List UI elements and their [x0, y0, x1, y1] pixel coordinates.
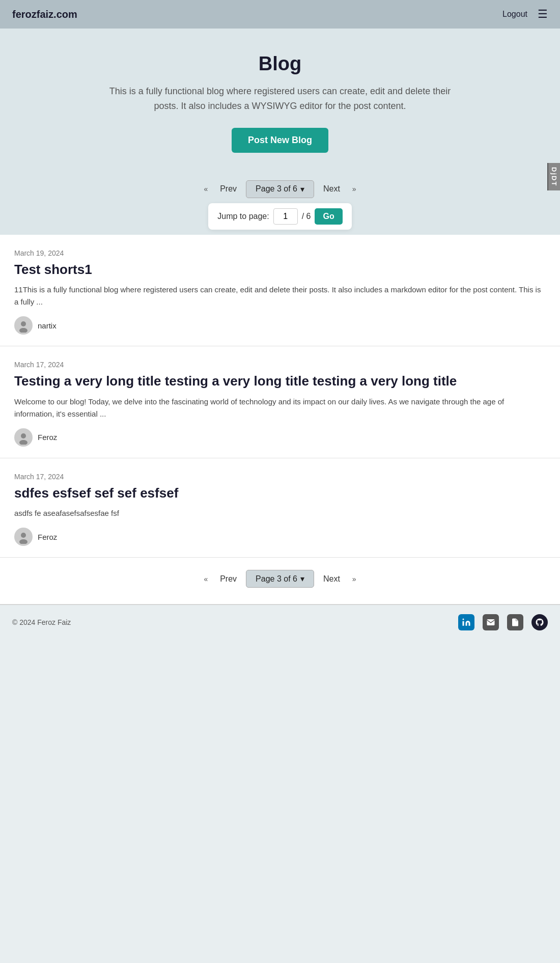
post-title[interactable]: Testing a very long title testing a very… — [14, 373, 546, 390]
author-name: Feroz — [38, 433, 57, 442]
hero-description: This is a fully functional blog where re… — [107, 84, 453, 114]
site-logo[interactable]: ferozfaiz.com — [12, 9, 77, 20]
footer: © 2024 Feroz Faiz — [0, 604, 560, 640]
bottom-page-selector-button[interactable]: Page 3 of 6 ▾ — [246, 570, 314, 588]
post-excerpt: asdfs fe aseafasefsafsesfae fsf — [14, 507, 546, 519]
jump-to-page-row: Jump to page: / 6 Go — [208, 203, 351, 230]
post-date: March 19, 2024 — [14, 249, 546, 257]
hamburger-icon[interactable]: ☰ — [538, 8, 548, 21]
bottom-first-page-button[interactable]: « — [201, 573, 211, 585]
chevron-down-icon: ▾ — [300, 574, 304, 584]
bottom-pagination: « Prev Page 3 of 6 ▾ Next » — [0, 558, 560, 604]
svg-point-7 — [21, 533, 26, 538]
page-title: Blog — [12, 53, 548, 75]
jump-go-button[interactable]: Go — [315, 208, 342, 225]
first-page-button[interactable]: « — [201, 183, 211, 195]
author-avatar — [14, 316, 33, 335]
author-avatar — [14, 528, 33, 546]
mail-icon[interactable] — [483, 614, 499, 630]
jump-total: / 6 — [302, 212, 311, 221]
author-avatar — [14, 428, 33, 447]
post-excerpt: Welcome to our blog! Today, we delve int… — [14, 396, 546, 420]
blog-post-2: March 17, 2024 Testing a very long title… — [0, 346, 560, 458]
djdt-badge[interactable]: DjDT — [547, 163, 560, 190]
footer-social-links — [458, 614, 548, 630]
logout-button[interactable]: Logout — [502, 10, 527, 19]
blog-post-1: March 19, 2024 Test shorts1 11This is a … — [0, 235, 560, 347]
blog-post-3: March 17, 2024 sdfes esfsef sef sef esfs… — [0, 458, 560, 558]
blog-list: March 19, 2024 Test shorts1 11This is a … — [0, 235, 560, 605]
svg-point-4 — [21, 433, 26, 438]
github-icon[interactable] — [531, 614, 548, 630]
bottom-prev-page-button[interactable]: Prev — [216, 572, 241, 586]
svg-point-1 — [21, 321, 26, 326]
footer-copyright: © 2024 Feroz Faiz — [12, 618, 71, 626]
top-pagination: « Prev Page 3 of 6 ▾ Next » Jump to page… — [0, 171, 560, 235]
post-excerpt: 11This is a fully functional blog where … — [14, 284, 546, 308]
post-new-blog-button[interactable]: Post New Blog — [232, 128, 328, 153]
bottom-next-page-button[interactable]: Next — [319, 572, 344, 586]
page-selector-button[interactable]: Page 3 of 6 ▾ — [246, 180, 314, 198]
author-name: nartix — [38, 321, 57, 330]
post-date: March 17, 2024 — [14, 361, 546, 369]
author-name: Feroz — [38, 533, 57, 541]
jump-input[interactable] — [273, 208, 298, 225]
post-author: Feroz — [14, 428, 546, 447]
post-title[interactable]: sdfes esfsef sef sef esfsef — [14, 485, 546, 502]
post-date: March 17, 2024 — [14, 473, 546, 481]
document-icon[interactable] — [507, 614, 523, 630]
jump-label: Jump to page: — [217, 212, 269, 221]
hero-section: Blog This is a fully functional blog whe… — [0, 29, 560, 171]
chevron-down-icon: ▾ — [300, 184, 304, 194]
post-author: nartix — [14, 316, 546, 335]
post-author: Feroz — [14, 528, 546, 546]
last-page-button[interactable]: » — [349, 183, 359, 195]
next-page-button[interactable]: Next — [319, 182, 344, 196]
post-title[interactable]: Test shorts1 — [14, 261, 546, 278]
prev-page-button[interactable]: Prev — [216, 182, 241, 196]
svg-point-9 — [463, 619, 464, 620]
linkedin-icon[interactable] — [458, 614, 474, 630]
bottom-last-page-button[interactable]: » — [349, 573, 359, 585]
navbar: ferozfaiz.com Logout ☰ — [0, 0, 560, 29]
